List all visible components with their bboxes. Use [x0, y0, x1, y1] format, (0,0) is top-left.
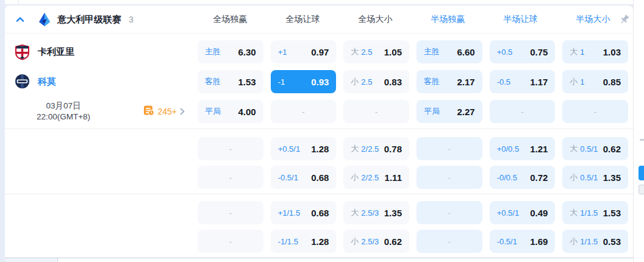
- odds-cell[interactable]: 平局2.27: [417, 100, 482, 123]
- odds-cell-empty: -: [417, 230, 482, 253]
- match-date: 03月07日: [23, 101, 104, 112]
- odds-section-3: -+1/1.50.68大2.5/31.35-+0.5/10.49大1/1.51.…: [195, 201, 633, 253]
- markets-count: 245+: [157, 107, 177, 116]
- odds-cell[interactable]: 大2.5/31.35: [343, 201, 409, 224]
- odds-cell[interactable]: 小2.50.83: [343, 70, 409, 93]
- odds-cell-empty: -: [198, 166, 263, 189]
- odds-cell[interactable]: -10.93: [271, 70, 337, 93]
- odds-cell[interactable]: 大0.5/10.62: [562, 137, 628, 160]
- column-header-fulltime-1x2: 全场独赢: [198, 14, 263, 25]
- odds-cell[interactable]: 大2/2.50.78: [343, 137, 409, 160]
- odds-cell-empty: -: [198, 201, 263, 224]
- home-team-logo-icon: [15, 44, 30, 60]
- column-header-fulltime-handicap: 全场让球: [270, 14, 335, 25]
- match-meta-row: 03月07日 22:00(GMT+8) 245+: [5, 100, 195, 123]
- odds-cell[interactable]: +1/1.50.68: [271, 201, 337, 224]
- markets-list-icon: [143, 105, 154, 118]
- column-header-fulltime-overunder: 全场大小: [343, 14, 408, 25]
- away-team-row[interactable]: 科莫: [5, 70, 195, 93]
- pin-icon[interactable]: [618, 13, 631, 26]
- odds-cell[interactable]: -0.5/10.68: [271, 166, 337, 189]
- odds-cell[interactable]: 主胜6.30: [198, 40, 263, 63]
- match-count: 3: [129, 15, 134, 24]
- odds-section-2: -+0.5/11.28大2/2.50.78-+0/0.51.21大0.5/10.…: [195, 137, 633, 189]
- chevron-up-icon[interactable]: [15, 14, 26, 25]
- odds-cell[interactable]: -0/0.50.72: [490, 166, 556, 189]
- odds-cell[interactable]: -1/1.51.28: [271, 230, 337, 253]
- odds-cell-empty: -: [562, 100, 628, 123]
- odds-cell[interactable]: 大2.51.05: [343, 40, 409, 63]
- side-panel-button[interactable]: [639, 185, 644, 194]
- odds-cell[interactable]: 小1/1.50.53: [562, 230, 628, 253]
- league-name: 意大利甲级联赛: [57, 14, 121, 26]
- away-team-logo-icon: [15, 74, 30, 90]
- odds-cell-empty: -: [198, 230, 263, 253]
- alt-odds-block-2: -+1/1.50.68大2.5/31.35-+0.5/10.49大1/1.51.…: [5, 194, 633, 257]
- match-card: 意大利甲级联赛 3 全场独赢 全场让球 全场大小 半场独赢 半场让球 半场大小: [5, 5, 633, 257]
- column-header-halftime-overunder: 半场大小: [560, 14, 626, 25]
- odds-cell[interactable]: 主胜6.60: [417, 40, 482, 63]
- odds-cell[interactable]: +0.5/10.49: [490, 201, 556, 224]
- home-team-name: 卡利亚里: [38, 46, 74, 58]
- side-panel: [633, 0, 644, 262]
- fixture-info: 卡利亚里 科莫 03月07日 22:00(GMT+8): [5, 40, 195, 123]
- odds-cell[interactable]: 小0.5/11.35: [562, 166, 628, 189]
- odds-cell[interactable]: 大11.03: [562, 40, 628, 63]
- odds-cell[interactable]: +0.5/11.28: [271, 137, 337, 160]
- card-header: 意大利甲级联赛 3 全场独赢 全场让球 全场大小 半场独赢 半场让球 半场大小: [5, 5, 633, 34]
- previous-card-edge: [5, 0, 633, 5]
- odds-cell-empty: -: [417, 137, 482, 160]
- odds-cell[interactable]: 小2/2.51.11: [343, 166, 409, 189]
- odds-cell[interactable]: 小10.85: [562, 70, 628, 93]
- column-header-halftime-handicap: 半场让球: [488, 14, 553, 25]
- match-datetime: 03月07日 22:00(GMT+8): [23, 101, 104, 122]
- odds-cell-empty: -: [417, 201, 482, 224]
- odds-cell[interactable]: 小2.5/30.62: [343, 230, 409, 253]
- home-team-row[interactable]: 卡利亚里: [5, 40, 195, 63]
- league-header: 意大利甲级联赛 3: [5, 5, 195, 34]
- next-card-edge: [5, 258, 633, 262]
- odds-cell-empty: -: [271, 100, 337, 123]
- odds-cell[interactable]: -0.5/11.69: [490, 230, 556, 253]
- side-panel-dash: [640, 139, 644, 141]
- odds-cell[interactable]: -0.51.17: [490, 70, 556, 93]
- odds-cell[interactable]: +10.97: [271, 40, 337, 63]
- scroll-thumb[interactable]: [639, 166, 644, 180]
- markets-link[interactable]: 245+: [143, 105, 185, 118]
- odds-cell-empty: -: [490, 100, 556, 123]
- odds-cell[interactable]: 客胜1.53: [198, 70, 263, 93]
- main-odds-block: 卡利亚里 科莫 03月07日 22:00(GMT+8): [5, 34, 633, 129]
- league-logo-icon: [38, 12, 51, 27]
- chevron-right-icon: [179, 108, 185, 115]
- odds-cell[interactable]: 客胜2.17: [417, 70, 482, 93]
- alt-odds-block-1: -+0.5/11.28大2/2.50.78-+0/0.51.21大0.5/10.…: [5, 129, 633, 194]
- odds-cell-empty: -: [417, 166, 482, 189]
- odds-cell[interactable]: +0/0.51.21: [490, 137, 556, 160]
- odds-cell-empty: -: [198, 137, 263, 160]
- away-team-name: 科莫: [38, 76, 56, 88]
- column-header-halftime-1x2: 半场独赢: [415, 14, 481, 25]
- odds-cell[interactable]: 大1/1.51.53: [562, 201, 628, 224]
- match-time: 22:00(GMT+8): [23, 112, 104, 122]
- odds-cell[interactable]: +0.50.75: [490, 40, 556, 63]
- odds-cell[interactable]: 平局4.00: [198, 100, 263, 123]
- odds-cell-empty: -: [343, 100, 409, 123]
- odds-section-1: 主胜6.30+10.97大2.51.05主胜6.60+0.50.75大11.03…: [195, 40, 633, 123]
- column-headers: 全场独赢 全场让球 全场大小 半场独赢 半场让球 半场大小: [195, 5, 631, 34]
